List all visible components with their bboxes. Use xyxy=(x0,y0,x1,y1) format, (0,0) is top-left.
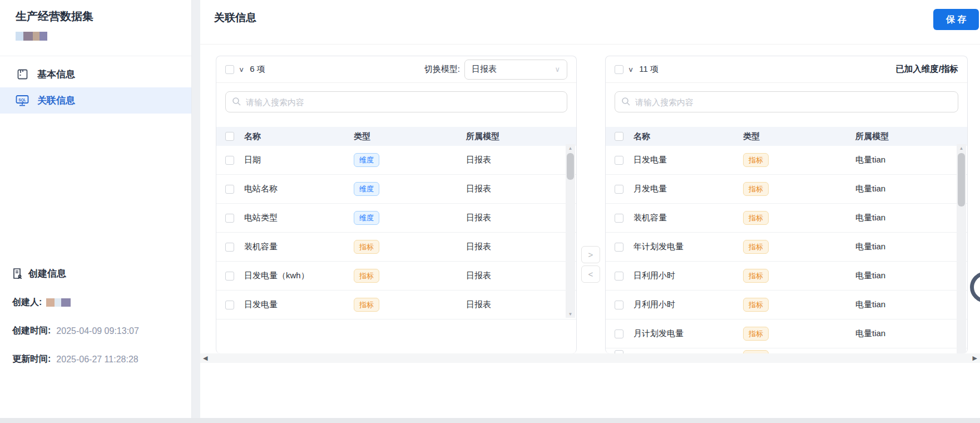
table-row[interactable]: 月发电量 指标 电量tian xyxy=(606,175,967,204)
created-time-label: 创建时间: xyxy=(12,325,51,337)
search-input[interactable] xyxy=(225,91,567,112)
row-checkbox[interactable] xyxy=(225,301,234,309)
updated-time-row: 更新时间: 2025-06-27 11:28:28 xyxy=(0,353,191,365)
scrollbar-thumb[interactable] xyxy=(958,153,965,206)
column-header-type: 类型 xyxy=(743,131,855,142)
row-name: 日利用小时 xyxy=(633,270,743,281)
horizontal-scrollbar[interactable]: ◀ ▶ xyxy=(200,353,980,363)
row-model: 日报表 xyxy=(466,270,576,281)
type-tag: 指标 xyxy=(354,240,379,254)
chevron-down-icon[interactable]: ∨ xyxy=(239,66,244,73)
select-all-checkbox[interactable] xyxy=(225,65,234,74)
item-count: 11 项 xyxy=(639,64,659,75)
table-row[interactable]: 日发电量（kwh） 指标 日报表 xyxy=(216,262,576,291)
document-person-icon xyxy=(12,268,23,279)
create-info-title: 创建信息 xyxy=(28,267,66,280)
source-panel-header: ∨ 6 项 切换模型: 日报表 ∨ xyxy=(216,56,576,83)
row-model: 电量tian xyxy=(855,270,967,281)
type-tag: 指标 xyxy=(743,298,769,312)
table-row-partial[interactable]: 指标 xyxy=(606,348,967,353)
sidebar-item-related-info[interactable]: SQL 关联信息 xyxy=(0,87,191,114)
source-panel: ∨ 6 项 切换模型: 日报表 ∨ xyxy=(216,56,577,353)
table-row[interactable]: 日发电量 指标 日报表 xyxy=(216,291,576,319)
header-checkbox[interactable] xyxy=(615,132,623,141)
row-checkbox[interactable] xyxy=(615,185,623,194)
column-header-type: 类型 xyxy=(354,131,466,142)
source-table-body: 日期 维度 日报表 电站名称 维度 日报表 电站类型 维 xyxy=(216,146,576,319)
row-model: 电量tian xyxy=(855,242,967,252)
type-tag: 指标 xyxy=(743,327,769,341)
row-checkbox[interactable] xyxy=(615,272,623,281)
table-row[interactable]: 年计划发电量 指标 电量tian xyxy=(606,233,967,262)
row-checkbox[interactable] xyxy=(615,301,623,309)
table-header: 名称 类型 所属模型 xyxy=(606,127,967,146)
row-checkbox[interactable] xyxy=(615,156,623,165)
table-row[interactable]: 装机容量 指标 日报表 xyxy=(216,233,576,262)
table-row[interactable]: 月利用小时 指标 电量tian xyxy=(606,291,967,319)
type-tag: 维度 xyxy=(354,211,379,225)
page-title: 关联信息 xyxy=(214,11,256,25)
type-tag: 指标 xyxy=(743,211,769,225)
page-bottom-strip xyxy=(0,418,980,423)
table-row[interactable]: 日利用小时 指标 电量tian xyxy=(606,262,967,291)
save-button[interactable]: 保 存 xyxy=(933,9,979,30)
row-model: 电量tian xyxy=(855,184,967,194)
move-right-button[interactable]: > xyxy=(581,246,600,263)
row-name: 月利用小时 xyxy=(633,299,743,310)
target-table-body: 日发电量 指标 电量tian 月发电量 指标 电量tian 装机容量 xyxy=(606,146,967,353)
added-dimensions-label: 已加入维度/指标 xyxy=(895,63,958,75)
redacted-creator-name xyxy=(46,298,71,307)
row-checkbox[interactable] xyxy=(615,329,623,338)
main-content: 关联信息 保 存 ∨ 6 项 切换模型: 日报表 ∨ xyxy=(200,0,980,418)
table-row[interactable]: 电站类型 维度 日报表 xyxy=(216,204,576,233)
scroll-right-icon[interactable]: ▶ xyxy=(973,355,977,361)
table-row[interactable]: 日期 维度 日报表 xyxy=(216,146,576,175)
row-checkbox[interactable] xyxy=(225,272,234,281)
type-tag: 指标 xyxy=(743,182,769,196)
row-checkbox[interactable] xyxy=(225,185,234,194)
floating-helper-button[interactable] xyxy=(970,272,980,303)
row-checkbox[interactable] xyxy=(615,214,623,223)
move-left-button[interactable]: < xyxy=(581,265,600,283)
table-row[interactable]: 装机容量 指标 电量tian xyxy=(606,204,967,233)
row-model: 日报表 xyxy=(466,184,576,194)
column-header-model: 所属模型 xyxy=(466,131,576,142)
column-header-name: 名称 xyxy=(244,131,354,142)
type-tag: 维度 xyxy=(354,153,379,167)
row-checkbox[interactable] xyxy=(225,214,234,223)
search-icon xyxy=(621,97,631,106)
svg-text:SQL: SQL xyxy=(18,97,26,102)
table-row[interactable]: 电站名称 维度 日报表 xyxy=(216,175,576,204)
row-model: 电量tian xyxy=(855,213,967,223)
row-name: 装机容量 xyxy=(633,213,743,223)
form-icon xyxy=(16,68,29,81)
table-row[interactable]: 月计划发电量 指标 电量tian xyxy=(606,319,967,348)
vertical-scrollbar[interactable]: ▲ ▼ xyxy=(566,144,575,318)
search-input[interactable] xyxy=(615,91,958,112)
row-model: 日报表 xyxy=(466,155,576,165)
row-checkbox[interactable] xyxy=(225,156,234,165)
row-model: 电量tian xyxy=(855,155,967,165)
row-checkbox[interactable] xyxy=(225,243,234,252)
scroll-down-icon[interactable]: ▼ xyxy=(566,310,575,318)
select-all-checkbox[interactable] xyxy=(615,65,623,74)
transfer-controls: > < xyxy=(581,246,600,283)
table-row[interactable]: 日发电量 指标 电量tian xyxy=(606,146,967,175)
row-name: 月计划发电量 xyxy=(633,328,743,339)
header-checkbox[interactable] xyxy=(225,132,234,141)
row-model: 电量tian xyxy=(855,299,967,310)
item-count: 6 项 xyxy=(250,64,265,75)
sidebar-item-basic-info[interactable]: 基本信息 xyxy=(0,61,191,87)
vertical-scrollbar[interactable]: ▲ xyxy=(957,144,966,353)
row-name: 日期 xyxy=(244,155,354,165)
created-time-row: 创建时间: 2025-04-09 09:13:07 xyxy=(0,325,191,337)
scroll-left-icon[interactable]: ◀ xyxy=(203,355,207,361)
header-divider xyxy=(200,44,980,45)
scrollbar-thumb[interactable] xyxy=(567,153,574,180)
scroll-up-icon[interactable]: ▲ xyxy=(566,144,575,152)
row-name: 年计划发电量 xyxy=(633,242,743,252)
scroll-up-icon[interactable]: ▲ xyxy=(957,144,966,152)
row-checkbox[interactable] xyxy=(615,243,623,252)
model-select[interactable]: 日报表 ∨ xyxy=(464,60,567,80)
chevron-down-icon[interactable]: ∨ xyxy=(628,66,633,73)
